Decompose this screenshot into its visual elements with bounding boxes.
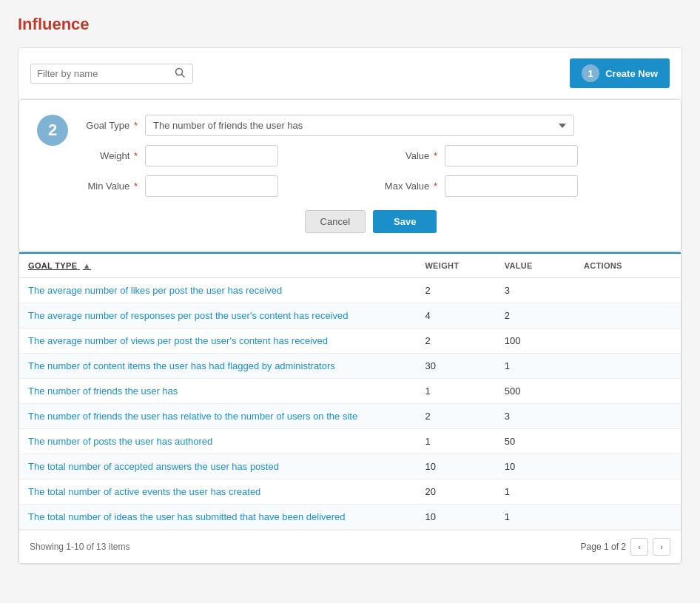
max-value-input[interactable]: [445, 175, 578, 197]
cell-actions: [575, 354, 681, 379]
goal-type-link[interactable]: The number of friends the user has: [28, 385, 178, 397]
cell-value: 50: [496, 429, 575, 454]
cell-goal-type: The number of friends the user has relat…: [19, 404, 416, 429]
goal-type-link[interactable]: The average number of responses per post…: [28, 310, 348, 321]
goal-type-link[interactable]: The number of content items the user has…: [28, 360, 335, 371]
cell-goal-type: The number of content items the user has…: [19, 354, 416, 379]
weight-value-row: Weight * Value *: [78, 145, 663, 166]
col-weight: WEIGHT: [416, 253, 495, 278]
next-page-button[interactable]: ›: [653, 538, 670, 556]
cell-weight: 10: [416, 505, 495, 530]
table-row: The number of friends the user has relat…: [19, 404, 681, 429]
col-value: VALUE: [496, 253, 575, 278]
max-value-req-star: *: [431, 181, 437, 192]
minmax-value-row: Min Value * Max Value *: [78, 175, 663, 197]
goal-type-row: Goal Type * The number of friends the us…: [78, 115, 663, 136]
goal-type-select[interactable]: The number of friends the user has The a…: [145, 115, 574, 136]
weight-input[interactable]: [145, 145, 278, 166]
goal-type-link[interactable]: The number of friends the user has relat…: [28, 411, 357, 422]
cell-actions: [575, 329, 681, 354]
min-value-label: Min Value *: [78, 181, 138, 192]
max-value-label: Max Value *: [378, 181, 437, 192]
col-actions: ACTIONS: [575, 253, 681, 278]
cell-goal-type: The number of friends the user has: [19, 379, 416, 404]
search-wrapper: [30, 64, 193, 84]
cell-goal-type: The average number of responses per post…: [19, 303, 416, 329]
value-input[interactable]: [445, 145, 578, 166]
cell-value: 1: [496, 505, 575, 530]
inner-toolbar: 1 Create New: [18, 48, 682, 99]
weight-req-star: *: [131, 150, 138, 161]
cell-actions: [575, 303, 681, 329]
create-new-label: Create New: [605, 68, 658, 79]
svg-line-1: [182, 74, 185, 77]
form-header: 2 Goal Type * The number of friends the …: [37, 115, 663, 233]
cell-value: 2: [496, 303, 575, 329]
cell-weight: 1: [416, 379, 495, 404]
min-value-input[interactable]: [145, 175, 278, 197]
table-footer: Showing 1-10 of 13 items Page 1 of 2 ‹ ›: [19, 530, 681, 563]
goal-type-link[interactable]: The total number of accepted answers the…: [28, 461, 279, 472]
goal-type-link[interactable]: The total number of ideas the user has s…: [28, 511, 346, 522]
cell-actions: [575, 278, 681, 303]
search-icon: [175, 67, 185, 78]
table-row: The average number of views per post the…: [19, 329, 681, 354]
table-row: The number of friends the user has1500: [19, 379, 681, 404]
cancel-button[interactable]: Cancel: [305, 210, 366, 233]
table-row: The average number of likes per post the…: [19, 278, 681, 303]
cell-weight: 2: [416, 329, 495, 354]
value-req-star: *: [431, 150, 437, 161]
cell-weight: 2: [416, 278, 495, 303]
table-row: The total number of ideas the user has s…: [19, 505, 681, 530]
form-section: 2 Goal Type * The number of friends the …: [18, 99, 682, 252]
cell-weight: 30: [416, 354, 495, 379]
cell-actions: [575, 404, 681, 429]
cell-weight: 2: [416, 404, 495, 429]
save-button[interactable]: Save: [373, 210, 437, 233]
form-fields: Goal Type * The number of friends the us…: [78, 115, 663, 233]
value-label: Value *: [378, 150, 437, 161]
cell-actions: [575, 379, 681, 404]
table-row: The number of content items the user has…: [19, 354, 681, 379]
search-input[interactable]: [37, 68, 173, 79]
cell-goal-type: The average number of views per post the…: [19, 329, 416, 354]
cell-goal-type: The total number of active events the us…: [19, 479, 416, 505]
table-section: GOAL TYPE ▲ WEIGHT VALUE ACTIONS The ave…: [18, 252, 682, 564]
col-goal-type[interactable]: GOAL TYPE ▲: [19, 253, 416, 278]
cell-actions: [575, 454, 681, 479]
table-row: The number of posts the user has authore…: [19, 429, 681, 454]
goal-type-label: Goal Type *: [78, 120, 138, 131]
showing-label: Showing 1-10 of 13 items: [30, 542, 129, 552]
cell-goal-type: The average number of likes per post the…: [19, 278, 416, 303]
create-new-button[interactable]: 1 Create New: [570, 58, 670, 88]
cell-weight: 1: [416, 429, 495, 454]
form-step-badge: 2: [37, 115, 68, 146]
value-group: Value *: [378, 145, 663, 166]
cell-weight: 20: [416, 479, 495, 505]
prev-page-button[interactable]: ‹: [630, 538, 648, 556]
cell-goal-type: The total number of accepted answers the…: [19, 454, 416, 479]
goal-type-req-star: *: [131, 120, 138, 131]
min-value-group: Min Value *: [78, 175, 363, 197]
cell-goal-type: The number of posts the user has authore…: [19, 429, 416, 454]
cell-value: 500: [496, 379, 575, 404]
cell-actions: [575, 429, 681, 454]
min-value-req-star: *: [131, 181, 138, 192]
cell-goal-type: The total number of ideas the user has s…: [19, 505, 416, 530]
pagination: Page 1 of 2 ‹ ›: [581, 538, 670, 556]
goal-type-link[interactable]: The average number of views per post the…: [28, 335, 328, 346]
weight-group: Weight *: [78, 145, 363, 166]
cell-value: 100: [496, 329, 575, 354]
sort-arrow-icon: ▲: [83, 261, 91, 270]
create-new-step-badge: 1: [582, 64, 599, 82]
cell-value: 10: [496, 454, 575, 479]
goal-type-link[interactable]: The total number of active events the us…: [28, 486, 260, 497]
goal-type-link[interactable]: The number of posts the user has authore…: [28, 436, 212, 447]
cell-value: 1: [496, 479, 575, 505]
cell-weight: 10: [416, 454, 495, 479]
table-header-row: GOAL TYPE ▲ WEIGHT VALUE ACTIONS: [19, 253, 681, 278]
goal-type-link[interactable]: The average number of likes per post the…: [28, 285, 282, 296]
search-button[interactable]: [173, 67, 186, 80]
page-title: Influence: [18, 15, 682, 34]
table-row: The total number of accepted answers the…: [19, 454, 681, 479]
